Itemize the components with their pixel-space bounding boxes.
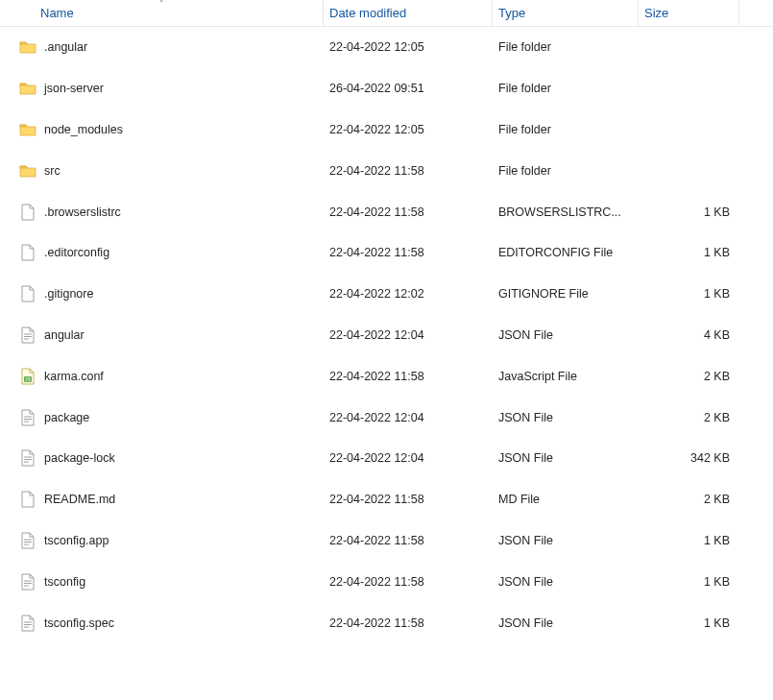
cell-type: File folder: [493, 27, 639, 68]
cell-size: [639, 109, 739, 151]
file-size-label: 1 KB: [704, 616, 730, 630]
cell-type: File folder: [493, 109, 639, 151]
cell-size: 2 KB: [639, 397, 739, 438]
cell-name: .editorconfig: [0, 232, 324, 274]
file-row[interactable]: node_modules 22-04-2022 12:05 File folde…: [0, 109, 773, 151]
cell-date: 22-04-2022 11:58: [324, 191, 493, 232]
file-date-label: 22-04-2022 12:04: [329, 411, 424, 424]
file-date-label: 22-04-2022 12:04: [329, 328, 424, 342]
file-icon: [19, 285, 36, 302]
file-size-label: 1 KB: [704, 575, 730, 589]
file-type-label: JSON File: [498, 616, 553, 630]
file-date-label: 22-04-2022 12:02: [329, 287, 424, 301]
file-name-label: package-lock: [44, 451, 115, 465]
cell-type: JSON File: [493, 397, 639, 438]
file-size-label: 1 KB: [704, 246, 730, 259]
cell-type: GITIGNORE File: [493, 274, 639, 315]
cell-date: 22-04-2022 12:04: [324, 397, 493, 438]
cell-date: 22-04-2022 11:58: [324, 150, 493, 191]
file-row[interactable]: .editorconfig 22-04-2022 11:58 EDITORCON…: [0, 232, 773, 274]
file-row[interactable]: .gitignore 22-04-2022 12:02 GITIGNORE Fi…: [0, 274, 773, 315]
cell-size: 2 KB: [639, 355, 739, 397]
cell-size: [639, 68, 739, 109]
file-size-label: 1 KB: [704, 205, 730, 219]
file-date-label: 22-04-2022 11:58: [329, 575, 424, 589]
cell-size: 1 KB: [639, 602, 739, 643]
file-row[interactable]: .browserslistrc 22-04-2022 11:58 BROWSER…: [0, 191, 773, 232]
cell-type: EDITORCONFIG File: [493, 232, 639, 274]
folder-icon: [19, 162, 36, 180]
cell-name: tsconfig.spec: [0, 602, 324, 643]
column-header-type[interactable]: Type: [493, 0, 639, 26]
file-row[interactable]: tsconfig.app 22-04-2022 11:58 JSON File …: [0, 520, 773, 562]
cell-name: tsconfig.app: [0, 520, 324, 562]
cell-size: 1 KB: [639, 232, 739, 274]
cell-size: 342 KB: [639, 438, 739, 479]
file-type-label: GITIGNORE File: [498, 287, 589, 301]
file-icon: [19, 244, 36, 261]
cell-name: README.md: [0, 479, 324, 520]
file-name-label: tsconfig.app: [44, 534, 109, 547]
file-name-label: angular: [44, 328, 85, 342]
cell-type: File folder: [493, 150, 639, 191]
file-date-label: 22-04-2022 12:05: [329, 40, 424, 54]
cell-size: [639, 27, 739, 68]
cell-date: 22-04-2022 11:58: [324, 355, 493, 397]
file-type-label: JSON File: [498, 451, 553, 465]
file-row[interactable]: package 22-04-2022 12:04 JSON File 2 KB: [0, 397, 773, 438]
file-size-label: 2 KB: [704, 370, 730, 383]
file-icon: [19, 204, 36, 221]
column-header-date-label: Date modified: [329, 6, 406, 20]
file-type-label: File folder: [498, 40, 551, 54]
file-name-label: README.md: [44, 493, 115, 506]
cell-name: src: [0, 150, 324, 191]
file-row[interactable]: json-server 26-04-2022 09:51 File folder: [0, 68, 773, 109]
cell-name: karma.conf: [0, 355, 324, 397]
file-row[interactable]: angular 22-04-2022 12:04 JSON File 4 KB: [0, 315, 773, 356]
column-header-row: Name ˄ Date modified Type Size: [0, 0, 773, 27]
cell-name: .angular: [0, 27, 324, 68]
cell-date: 22-04-2022 11:58: [324, 561, 493, 602]
text-file-icon: [19, 532, 36, 549]
column-header-date[interactable]: Date modified: [324, 0, 493, 26]
file-date-label: 22-04-2022 11:58: [329, 164, 424, 178]
file-row[interactable]: tsconfig.spec 22-04-2022 11:58 JSON File…: [0, 602, 773, 643]
file-name-label: src: [44, 164, 60, 178]
column-header-name-label: Name: [40, 6, 74, 20]
javascript-file-icon: [19, 368, 36, 385]
cell-date: 22-04-2022 11:58: [324, 232, 493, 274]
cell-date: 22-04-2022 12:04: [324, 438, 493, 479]
text-file-icon: [19, 615, 36, 632]
file-name-label: .gitignore: [44, 287, 93, 301]
cell-size: [639, 150, 739, 191]
file-name-label: .browserslistrc: [44, 205, 121, 219]
cell-date: 22-04-2022 12:02: [324, 274, 493, 315]
file-type-label: File folder: [498, 123, 551, 136]
file-icon: [19, 491, 36, 508]
column-header-name[interactable]: Name ˄: [0, 0, 324, 26]
cell-name: node_modules: [0, 109, 324, 151]
file-row[interactable]: tsconfig 22-04-2022 11:58 JSON File 1 KB: [0, 561, 773, 602]
file-name-label: package: [44, 411, 89, 424]
cell-name: package: [0, 397, 324, 438]
file-type-label: EDITORCONFIG File: [498, 246, 613, 259]
file-size-label: 1 KB: [704, 287, 730, 301]
cell-date: 22-04-2022 11:58: [324, 520, 493, 562]
column-header-size[interactable]: Size: [639, 0, 739, 26]
file-type-label: JSON File: [498, 411, 553, 424]
text-file-icon: [19, 573, 36, 591]
file-row[interactable]: src 22-04-2022 11:58 File folder: [0, 150, 773, 191]
text-file-icon: [19, 409, 36, 426]
file-row[interactable]: package-lock 22-04-2022 12:04 JSON File …: [0, 438, 773, 479]
cell-size: 4 KB: [639, 315, 739, 356]
cell-date: 22-04-2022 11:58: [324, 479, 493, 520]
cell-name: tsconfig: [0, 561, 324, 602]
file-row[interactable]: .angular 22-04-2022 12:05 File folder: [0, 27, 773, 68]
file-type-label: JSON File: [498, 575, 553, 589]
file-row[interactable]: karma.conf 22-04-2022 11:58 JavaScript F…: [0, 355, 773, 397]
text-file-icon: [19, 449, 36, 467]
cell-size: 1 KB: [639, 274, 739, 315]
cell-type: BROWSERSLISTRC...: [493, 191, 639, 232]
file-type-label: JavaScript File: [498, 370, 577, 383]
file-row[interactable]: README.md 22-04-2022 11:58 MD File 2 KB: [0, 479, 773, 520]
